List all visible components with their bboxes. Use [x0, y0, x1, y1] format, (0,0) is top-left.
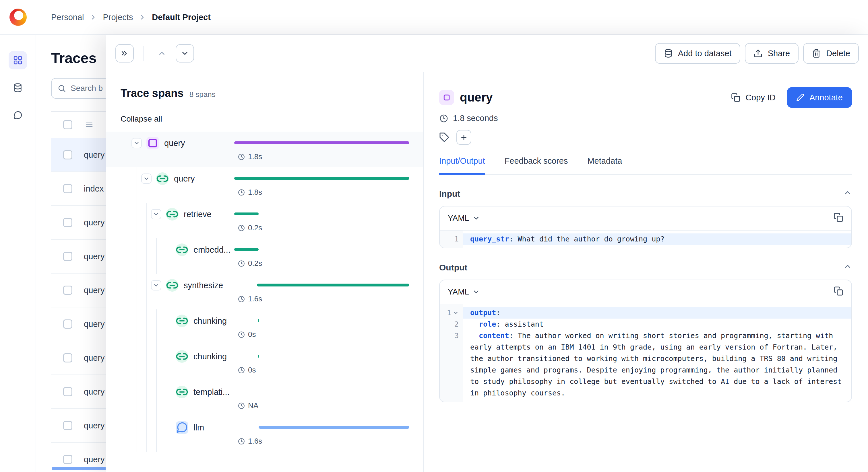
breadcrumb-default-project: Default Project [152, 12, 211, 22]
share-button[interactable]: Share [745, 43, 799, 64]
chevron-up-icon [158, 49, 166, 58]
copy-input-button[interactable] [834, 212, 843, 224]
tag-icon [439, 132, 450, 142]
rail-item-projects[interactable] [9, 51, 27, 69]
clock-icon [238, 189, 245, 196]
output-format-value: YAML [448, 287, 469, 297]
collapse-input-button[interactable] [843, 189, 852, 199]
span-type-link-icon [166, 208, 179, 221]
collapse-all-button[interactable]: Collapse all [121, 114, 162, 124]
yaml-key: content [479, 332, 509, 340]
collapse-output-button[interactable] [843, 262, 852, 273]
span-type-link-icon [176, 386, 188, 398]
span-row[interactable]: llm1.6s [106, 416, 423, 452]
span-type-link-icon [176, 314, 188, 327]
clock-icon [238, 260, 245, 267]
trace-detail-overlay: Add to dataset Share Delete Trace spans … [105, 35, 868, 472]
span-row[interactable]: chunking0s [106, 309, 423, 345]
span-row[interactable]: query1.8s [106, 167, 423, 203]
tab-feedback-scores[interactable]: Feedback scores [505, 156, 568, 175]
span-name: retrieve [184, 210, 212, 219]
top-bar: Personal Projects Default Project [0, 0, 868, 35]
span-toggle-button[interactable] [151, 280, 161, 291]
tab-metadata[interactable]: Metadata [587, 156, 622, 175]
row-checkbox[interactable] [63, 319, 72, 329]
line-number: 3 [440, 330, 463, 399]
app-logo[interactable] [0, 9, 36, 26]
fold-chevron-icon [453, 310, 459, 316]
delete-button[interactable]: Delete [803, 43, 859, 64]
row-checkbox[interactable] [63, 150, 72, 160]
row-checkbox[interactable] [63, 184, 72, 193]
span-type-link-icon [176, 243, 188, 256]
code-line: 2 role: assistant [440, 318, 851, 330]
chevrons-right-icon [120, 49, 129, 58]
select-all-checkbox[interactable] [63, 120, 72, 129]
copy-id-button[interactable]: Copy ID [731, 93, 776, 102]
row-name: query [84, 285, 105, 295]
chevron-down-icon [472, 288, 480, 296]
input-format-value: YAML [448, 214, 469, 223]
add-tag-button[interactable] [456, 130, 471, 145]
span-duration: 0.2s [238, 224, 262, 232]
span-name: templati... [193, 387, 229, 397]
column-menu-icon[interactable] [85, 121, 94, 129]
input-code: 1query_str: What did the author do growi… [440, 231, 851, 248]
square-icon [442, 93, 451, 102]
spans-count: 8 spans [189, 90, 216, 99]
copy-output-button[interactable] [834, 286, 843, 298]
row-name: query [84, 353, 105, 363]
row-checkbox[interactable] [63, 455, 72, 464]
tab-input-output[interactable]: Input/Output [439, 156, 485, 175]
breadcrumb: Personal Projects Default Project [51, 12, 211, 22]
span-row[interactable]: synthesize1.6s [106, 274, 423, 309]
span-type-square-icon [146, 137, 159, 149]
rail-item-datasets[interactable] [9, 78, 27, 97]
yaml-value: : assistant [496, 320, 544, 328]
row-checkbox[interactable] [63, 252, 72, 261]
row-name: query [84, 421, 105, 430]
span-row[interactable]: query1.8s [106, 132, 423, 167]
rail-item-feedback[interactable] [9, 106, 27, 125]
chevron-right-icon [138, 13, 146, 21]
yaml-value: : The author worked on writing short sto… [470, 332, 846, 397]
next-trace-button[interactable] [176, 44, 194, 63]
copy-icon [834, 212, 843, 222]
toolbar-divider [143, 46, 144, 61]
breadcrumb-projects[interactable]: Projects [103, 12, 133, 22]
span-toggle-button[interactable] [151, 209, 161, 220]
row-checkbox[interactable] [63, 353, 72, 363]
copy-id-label: Copy ID [745, 93, 776, 102]
input-format-select[interactable]: YAML [448, 214, 480, 223]
detail-tabs: Input/Output Feedback scores Metadata [439, 156, 852, 175]
span-row[interactable]: chunking0s [106, 345, 423, 380]
output-format-select[interactable]: YAML [448, 287, 480, 297]
add-to-dataset-button[interactable]: Add to dataset [655, 43, 740, 64]
row-name: query [84, 455, 105, 464]
span-type-chat-icon [176, 421, 188, 434]
yaml-key: output [470, 308, 496, 317]
row-name: query [84, 150, 105, 160]
code-line: 1output: [440, 307, 851, 318]
span-duration-value: 0s [248, 366, 256, 374]
clock-icon [238, 153, 245, 161]
span-row[interactable]: embedd...0.2s [106, 238, 423, 274]
chevron-down-icon [153, 282, 159, 289]
clock-icon [238, 438, 245, 445]
span-row[interactable]: retrieve0.2s [106, 203, 423, 238]
span-duration: 1.6s [238, 295, 262, 303]
spans-panel-title: Trace spans [121, 87, 184, 100]
breadcrumb-personal[interactable]: Personal [51, 12, 84, 22]
row-checkbox[interactable] [63, 285, 72, 295]
yaml-key: role [479, 320, 496, 328]
row-checkbox[interactable] [63, 387, 72, 396]
row-checkbox[interactable] [63, 218, 72, 227]
span-toggle-button[interactable] [131, 138, 142, 148]
horizontal-scrollbar-thumb[interactable] [52, 467, 106, 470]
span-toggle-button[interactable] [141, 173, 152, 184]
close-panel-button[interactable] [115, 44, 134, 63]
previous-trace-button[interactable] [153, 44, 171, 63]
annotate-button[interactable]: Annotate [787, 87, 852, 108]
span-row[interactable]: templati...NA [106, 380, 423, 416]
row-checkbox[interactable] [63, 421, 72, 430]
